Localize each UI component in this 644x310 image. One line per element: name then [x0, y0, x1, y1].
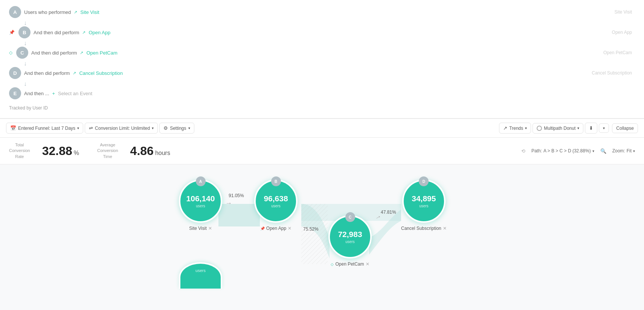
- multipath-donut-chevron: ▾: [577, 126, 579, 130]
- node-d-circle-wrapper: D 34,895 users: [402, 179, 446, 223]
- step-c-right-label: Open PetCam: [603, 50, 632, 55]
- conversion-b-c: 75.52%: [303, 226, 319, 232]
- step-c-diamond-icon: ◇: [9, 50, 12, 55]
- trends-chevron: ▾: [525, 126, 527, 130]
- total-conversion-block: TotalConversionRate: [9, 142, 30, 160]
- total-conversion-value: 32.88: [42, 144, 72, 158]
- search-icon: 🔍: [600, 148, 606, 154]
- step-e-select-label[interactable]: Select an Event: [58, 91, 92, 96]
- node-a-users: users: [196, 204, 205, 208]
- total-conversion-label: TotalConversionRate: [9, 142, 30, 160]
- tracked-by-label: Tracked by User ID: [9, 102, 635, 112]
- entered-funnel-button[interactable]: 📅 Entered Funnel: Last 7 Days ▾: [6, 123, 83, 134]
- node-c-diamond-icon: ◇: [331, 262, 334, 266]
- avg-conversion-value: 4.86: [130, 144, 154, 158]
- step-c-trend-icon: ↗: [80, 50, 83, 55]
- step-c-prefix: And then did perform: [31, 50, 77, 56]
- zoom-label: Zoom:: [612, 148, 625, 153]
- node-b-label-row: 📌 Open App ✕: [260, 226, 291, 231]
- calendar-icon: 📅: [10, 125, 16, 131]
- download-icon: ⬇: [589, 125, 593, 131]
- step-c-row: ◇ C And then did perform ↗ Open PetCam O…: [9, 47, 635, 59]
- funnel-visualization: A 106,140 users Site Visit ✕ → 91.05% B …: [153, 172, 491, 300]
- multipath-donut-label: Multipath Donut: [544, 126, 575, 131]
- step-d-right-label: Cancel Subscription: [592, 70, 632, 76]
- donut-icon: [537, 126, 542, 131]
- total-conversion-value-block: 32.88 %: [42, 144, 79, 158]
- step-c-circle: C: [16, 47, 28, 59]
- node-d-label: Cancel Subscription: [401, 226, 441, 231]
- node-e-partial-circle: users: [179, 262, 222, 289]
- conversion-a-b: 91.05%: [229, 193, 244, 198]
- step-a-row: A Users who performed ↗ Site Visit Site …: [9, 6, 635, 18]
- step-b-prefix: And then did perform: [34, 30, 79, 35]
- step-a-connector: ↓: [24, 20, 635, 26]
- download-button[interactable]: ⬇: [585, 123, 597, 134]
- avg-conversion-block: AverageConversionTime: [97, 142, 118, 160]
- svg-rect-0: [301, 204, 328, 264]
- node-c-count: 72,983: [338, 230, 362, 239]
- trends-icon: ↗: [503, 125, 507, 131]
- collapse-button[interactable]: Collapse: [612, 123, 638, 133]
- step-d-prefix: And then did perform: [24, 70, 70, 76]
- step-e-plus-icon[interactable]: +: [52, 91, 55, 96]
- node-d-users: users: [419, 204, 428, 208]
- node-a-label: Site Visit: [189, 226, 206, 231]
- node-c-circle-wrapper: C 72,983 users: [328, 215, 372, 258]
- node-c-close[interactable]: ✕: [366, 261, 369, 267]
- step-e-prefix: And then ...: [24, 91, 49, 96]
- node-d-close[interactable]: ✕: [443, 226, 447, 231]
- step-d-connector: ↓: [24, 81, 635, 87]
- node-b-pin-icon: 📌: [260, 226, 265, 231]
- step-e-circle: E: [9, 87, 21, 99]
- node-a-label-row: Site Visit ✕: [189, 226, 212, 231]
- step-a-prefix: Users who performed: [24, 9, 71, 15]
- conversion-limit-button[interactable]: ⇌ Conversion Limit: Unlimited ▾: [85, 123, 158, 134]
- node-d-badge: D: [419, 176, 429, 186]
- node-a-circle-wrapper: A 106,140 users: [179, 179, 222, 223]
- node-b-circle-wrapper: B 96,638 users: [254, 179, 298, 223]
- arrow-a-b: →: [225, 199, 232, 207]
- step-d-trend-icon: ↗: [73, 71, 76, 76]
- path-chevron: ▾: [592, 149, 594, 153]
- avg-conversion-unit: hours: [155, 150, 170, 157]
- step-d-row: D And then did perform ↗ Cancel Subscrip…: [9, 67, 635, 79]
- settings-button[interactable]: ⚙ Settings ▾: [159, 123, 194, 134]
- settings-chevron: ▾: [188, 126, 190, 130]
- step-a-circle: A: [9, 6, 21, 18]
- more-options-button[interactable]: ▾: [599, 123, 609, 133]
- zoom-selector[interactable]: Zoom: Fit ▾: [612, 148, 635, 153]
- step-b-event-link[interactable]: Open App: [89, 30, 110, 35]
- node-c-label: Open PetCam: [335, 261, 364, 267]
- trends-button[interactable]: ↗ Trends ▾: [499, 123, 531, 134]
- conversion-c-d: 47.81%: [381, 210, 396, 215]
- step-c-event-link[interactable]: Open PetCam: [86, 50, 117, 56]
- path-selector[interactable]: Path: A > B > C > D (32.88%) ▾: [531, 148, 594, 153]
- metrics-row: TotalConversionRate 32.88 % AverageConve…: [0, 138, 644, 164]
- trends-label: Trends: [509, 126, 523, 131]
- conversion-limit-icon: ⇌: [89, 125, 93, 131]
- zoom-value: Fit: [627, 148, 632, 153]
- node-c: C 72,983 users ◇ Open PetCam ✕: [328, 215, 372, 267]
- node-d-count: 34,895: [412, 194, 436, 203]
- step-a-event-link[interactable]: Site Visit: [80, 9, 99, 15]
- step-a-right-label: Site Visit: [615, 9, 632, 15]
- node-e-users-label: users: [195, 268, 206, 273]
- node-b-label: Open App: [266, 226, 286, 231]
- node-c-badge: C: [345, 212, 355, 222]
- node-b-badge: B: [271, 176, 281, 186]
- step-b-right-label: Open App: [612, 30, 632, 35]
- total-conversion-unit: %: [74, 150, 79, 157]
- settings-label: Settings: [170, 126, 186, 131]
- step-b-trend-icon: ↗: [82, 30, 85, 35]
- node-a-close[interactable]: ✕: [208, 226, 212, 231]
- step-b-circle: B: [18, 26, 31, 38]
- multipath-donut-button[interactable]: Multipath Donut ▾: [533, 123, 583, 134]
- node-b-users: users: [271, 204, 280, 208]
- settings-icon: ⚙: [163, 125, 168, 131]
- node-b-close[interactable]: ✕: [288, 226, 291, 231]
- step-d-event-link[interactable]: Cancel Subscription: [79, 70, 123, 76]
- node-c-label-row: ◇ Open PetCam ✕: [331, 261, 369, 267]
- step-b-row: 📌 B And then did perform ↗ Open App Open…: [9, 26, 635, 38]
- avg-conversion-value-block: 4.86 hours: [130, 144, 170, 158]
